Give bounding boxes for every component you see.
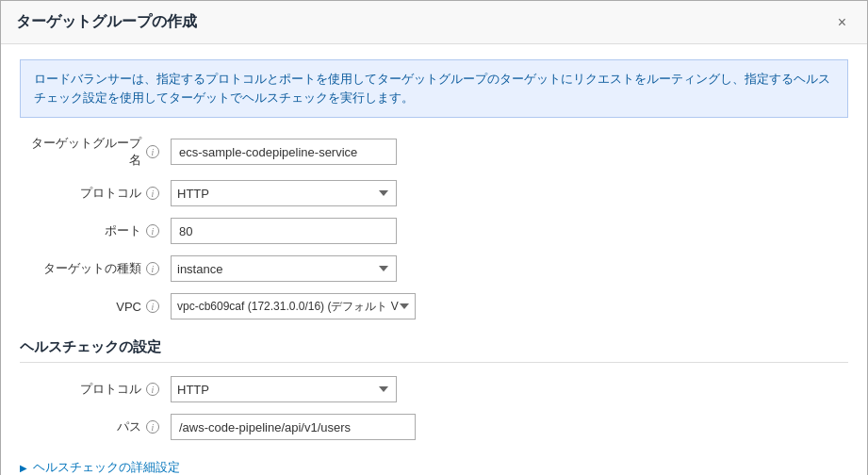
modal-body: ロードバランサーは、指定するプロトコルとポートを使用してターゲットグループのター… xyxy=(1,44,867,475)
close-button[interactable]: × xyxy=(832,13,852,32)
info-banner: ロードバランサーは、指定するプロトコルとポートを使用してターゲットグループのター… xyxy=(20,59,848,118)
vpc-row: VPC i vpc-cb609caf (172.31.0.0/16) (デフォル… xyxy=(20,293,848,319)
protocol-select[interactable]: HTTP HTTPS xyxy=(171,180,397,206)
health-check-path-info-icon[interactable]: i xyxy=(146,420,159,434)
advanced-section-toggle[interactable]: ▶ ヘルスチェックの詳細設定 xyxy=(20,459,848,475)
port-row: ポート i xyxy=(20,218,848,244)
advanced-section-label: ヘルスチェックの詳細設定 xyxy=(33,459,180,475)
vpc-select[interactable]: vpc-cb609caf (172.31.0.0/16) (デフォルト V xyxy=(171,293,416,319)
vpc-info-icon[interactable]: i xyxy=(146,300,159,313)
vpc-label: VPC i xyxy=(20,300,171,314)
health-check-protocol-select[interactable]: HTTP HTTPS xyxy=(171,376,397,402)
target-group-name-label: ターゲットグループ名 i xyxy=(20,135,171,169)
port-label: ポート i xyxy=(20,222,171,239)
health-check-path-label: パス i xyxy=(20,418,171,435)
health-check-section: ヘルスチェックの設定 プロトコル i HTTP HTTPS パス i xyxy=(20,338,848,440)
health-check-path-row: パス i xyxy=(20,414,848,440)
advanced-arrow-icon: ▶ xyxy=(20,463,27,473)
create-target-group-modal: ターゲットグループの作成 × ロードバランサーは、指定するプロトコルとポートを使… xyxy=(0,0,868,475)
target-type-select[interactable]: instance ip lambda xyxy=(171,255,397,282)
protocol-row: プロトコル i HTTP HTTPS xyxy=(20,180,848,206)
target-group-name-info-icon[interactable]: i xyxy=(146,145,159,158)
modal-title: ターゲットグループの作成 xyxy=(16,12,197,32)
target-group-name-row: ターゲットグループ名 i xyxy=(20,135,848,169)
info-banner-text: ロードバランサーは、指定するプロトコルとポートを使用してターゲットグループのター… xyxy=(34,73,830,105)
main-form-section: ターゲットグループ名 i プロトコル i HTTP HTTPS ポ xyxy=(20,135,848,319)
target-type-info-icon[interactable]: i xyxy=(146,262,159,275)
protocol-label: プロトコル i xyxy=(20,185,171,202)
modal-header: ターゲットグループの作成 × xyxy=(1,1,867,44)
target-type-label: ターゲットの種類 i xyxy=(20,260,171,277)
health-check-protocol-row: プロトコル i HTTP HTTPS xyxy=(20,376,848,402)
port-input[interactable] xyxy=(171,218,397,244)
health-check-path-input[interactable] xyxy=(171,414,416,440)
target-type-row: ターゲットの種類 i instance ip lambda xyxy=(20,255,848,282)
port-info-icon[interactable]: i xyxy=(146,224,159,238)
target-group-name-input[interactable] xyxy=(171,139,397,165)
health-check-protocol-label: プロトコル i xyxy=(20,381,171,398)
health-check-section-title: ヘルスチェックの設定 xyxy=(20,338,848,363)
protocol-info-icon[interactable]: i xyxy=(146,187,159,200)
health-check-protocol-info-icon[interactable]: i xyxy=(146,383,159,396)
